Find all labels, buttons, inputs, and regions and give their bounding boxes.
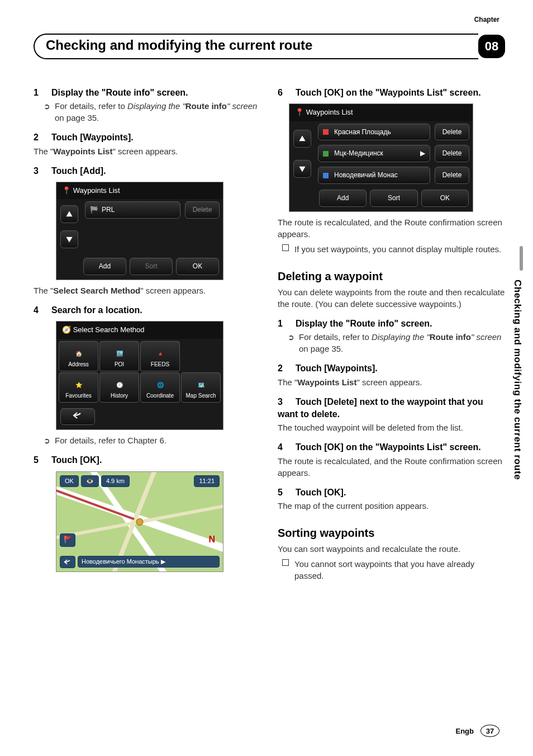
dstep-4-head: 4Touch [OK] on the "Waypoints List" scre…: [278, 441, 505, 453]
waypoint-item[interactable]: Красная Площадь: [318, 124, 430, 141]
pin-icon: 📍: [295, 108, 304, 116]
poi-icon: 🏙️: [114, 348, 125, 360]
step-number: 2: [34, 131, 51, 144]
screenshot-map: OK 👁️ 4.9 km 11:21 🚩 N Новодевичьего Мон…: [56, 471, 223, 572]
side-tab: Checking and modifying the current route: [507, 246, 523, 559]
map-back-button[interactable]: [60, 556, 75, 568]
ss-title: 🧭 Select Search Method: [56, 322, 223, 338]
step-number: 6: [278, 87, 296, 99]
add-button[interactable]: Add: [319, 190, 367, 207]
flag-icon: [323, 151, 329, 157]
step-number: 3: [34, 165, 51, 177]
scroll-up-button[interactable]: [60, 205, 78, 223]
side-tab-text: Checking and modifying the current route: [507, 280, 523, 480]
step-text: Touch [OK].: [51, 455, 102, 465]
after-ss1-text: The "Select Search Method" screen appear…: [34, 285, 261, 296]
ss-title: 📍 Waypoints List: [289, 104, 473, 121]
screenshot-select-search-method: 🧭 Select Search Method 🏠Address 🏙️POI 🔺F…: [56, 321, 223, 430]
search-map-button[interactable]: 🗺️Map Search: [181, 372, 221, 403]
scroll-up-button[interactable]: [293, 130, 311, 148]
step-1-head: 1Display the "Route info" screen.: [34, 87, 261, 99]
waypoint-item[interactable]: Новодевичий Монас: [318, 167, 430, 184]
search-feeds-button[interactable]: 🔺FEEDS: [140, 341, 180, 371]
step-2-body: The "Waypoints List" screen appears.: [34, 145, 261, 157]
sorting-note: You cannot sort waypoints that you have …: [278, 558, 505, 582]
back-button[interactable]: [60, 408, 95, 426]
history-icon: 🕘: [114, 380, 125, 391]
dstep-5-body: The map of the current position appears.: [278, 500, 505, 512]
page-title: Checking and modifying the current route: [34, 34, 478, 59]
map-view-button[interactable]: 👁️: [81, 475, 99, 487]
dstep-3-body: The touched waypoint will be deleted fro…: [278, 422, 505, 433]
sort-button[interactable]: Sort: [370, 190, 417, 207]
north-indicator: N: [208, 533, 215, 546]
search-history-button[interactable]: 🕘History: [99, 372, 139, 403]
globe-icon: 🌐: [155, 380, 166, 391]
step-number: 4: [278, 441, 296, 453]
step-number: 2: [278, 362, 296, 375]
favourites-icon: ⭐: [73, 380, 84, 391]
address-icon: 🏠: [73, 348, 84, 360]
add-button[interactable]: Add: [83, 258, 126, 275]
sort-button[interactable]: Sort: [130, 258, 173, 275]
page: Chapter Checking and modifying the curre…: [0, 0, 533, 756]
side-tab-accent: [520, 246, 523, 271]
waypoint-item[interactable]: Мцк-Медицинск ▶: [318, 145, 430, 162]
dstep-4-body: The route is recalculated, and the Route…: [278, 455, 505, 479]
search-address-button[interactable]: 🏠Address: [59, 341, 98, 371]
flag-icon: 🏁: [90, 205, 98, 215]
step-number: 5: [278, 486, 296, 499]
note-waypoints-multiple: If you set waypoints, you cannot display…: [278, 243, 505, 255]
step-number: 4: [34, 304, 51, 316]
flag-icon: [323, 173, 329, 178]
note-icon: [282, 244, 289, 251]
step-text: Display the "Route info" screen.: [296, 319, 432, 328]
ref-icon: ➲: [288, 332, 294, 343]
step-text: Touch [OK].: [296, 488, 346, 497]
ok-button[interactable]: OK: [421, 190, 469, 207]
dstep-2-body: The "Waypoints List" screen appears.: [278, 376, 505, 388]
map-icon: 🗺️: [196, 380, 207, 391]
search-coordinate-button[interactable]: 🌐Coordinate: [140, 372, 180, 403]
step-number: 1: [34, 87, 51, 99]
delete-button[interactable]: Delete: [435, 167, 469, 184]
step-text: Touch [Waypoints].: [51, 133, 134, 142]
chapter-badge: 08: [478, 35, 505, 58]
step-1-detail: ➲ For details, refer to Displaying the "…: [34, 100, 261, 124]
map-flag-button[interactable]: 🚩: [60, 533, 75, 547]
screenshot-waypoints-list-2: 📍 Waypoints List Красная Площ: [289, 103, 473, 211]
scroll-down-button[interactable]: [60, 230, 78, 248]
step-number: 5: [34, 454, 51, 466]
ss-title: 📍 Waypoints List: [56, 182, 223, 199]
deleting-heading: Deleting a waypoint: [278, 268, 505, 284]
step-3-head: 3Touch [Add].: [34, 165, 261, 177]
screenshot-waypoints-list-1: 📍 Waypoints List: [56, 182, 223, 280]
search-poi-button[interactable]: 🏙️POI: [99, 341, 139, 371]
step-2-head: 2Touch [Waypoints].: [34, 131, 261, 144]
play-icon: ▶: [420, 149, 425, 158]
note-icon: [282, 559, 289, 566]
chapter-label: Chapter: [474, 16, 499, 23]
delete-button[interactable]: Delete: [435, 145, 469, 162]
map-time: 11:21: [194, 475, 220, 487]
svg-point-0: [136, 518, 143, 525]
dstep-5-head: 5Touch [OK].: [278, 486, 505, 499]
sorting-intro: You can sort waypoints and recalculate t…: [278, 543, 505, 555]
right-column: 6Touch [OK] on the "Waypoints List" scre…: [278, 79, 505, 584]
step-text: Touch [OK] on the "Waypoints List" scree…: [296, 442, 481, 452]
sorting-heading: Sorting waypoints: [278, 525, 505, 541]
step-text: Touch [Waypoints].: [296, 363, 378, 373]
delete-button[interactable]: Delete: [435, 124, 469, 141]
ref-icon: ➲: [44, 436, 50, 447]
map-destination[interactable]: Новодевичьего Монастырь ▶: [78, 556, 220, 568]
delete-button[interactable]: Delete: [185, 201, 220, 219]
waypoint-item[interactable]: 🏁 PRL: [85, 201, 180, 219]
ok-button[interactable]: OK: [176, 258, 219, 275]
scroll-down-button[interactable]: [293, 160, 311, 178]
empty-cell: [181, 341, 221, 371]
step-number: 3: [278, 396, 296, 408]
step-text: Display the "Route info" screen.: [51, 88, 188, 97]
search-favourites-button[interactable]: ⭐Favourites: [59, 372, 98, 403]
map-ok-button[interactable]: OK: [60, 475, 79, 487]
step-number: 1: [278, 318, 296, 330]
